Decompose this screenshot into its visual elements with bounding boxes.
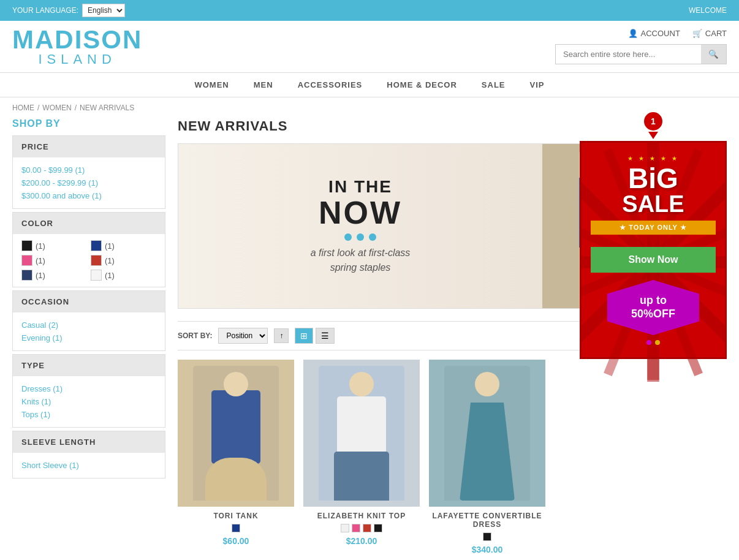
product-color-swatch[interactable] [483,532,491,541]
occasion-filter-item-0[interactable]: Casual (2) [21,319,156,331]
nav-item-home-decor[interactable]: HOME & DECOR [387,80,457,89]
sort-select[interactable]: Position [218,328,268,344]
product-grid: TORI TANK$60.00 ELIZABETH KNIT TOP$210.0… [178,360,727,554]
nav-item-sale[interactable]: SALE [482,80,506,89]
product-color-swatch[interactable] [352,524,360,532]
product-color-swatch[interactable] [363,524,371,532]
header: MADISON ISLAND 👤 ACCOUNT 🛒 CART 🔍 [0,21,739,73]
logo-madison: MADISON [12,27,142,53]
show-now-button[interactable]: Show Now [591,247,716,273]
color-swatch-item-2[interactable]: (1) [21,255,87,266]
cart-icon: 🛒 [692,29,702,38]
language-selector[interactable]: YOUR LANGUAGE: English [12,4,125,17]
color-count-0: (1) [36,241,45,251]
ad-sale-text: SALE [591,192,716,216]
ad-carousel-dots [591,340,716,345]
sleeve-filter-body: Short Sleeve (1) [13,453,165,478]
grid-view-button[interactable]: ⊞ [295,328,313,344]
sidebar: SHOP BY PRICE $0.00 - $99.99 (1)$200.00 … [12,118,165,554]
search-input[interactable] [556,45,701,64]
search-button[interactable]: 🔍 [701,45,726,64]
product-colors [303,524,420,532]
color-count-4: (1) [36,271,45,280]
color-swatches: (1)(1)(1)(1)(1)(1) [13,234,165,287]
header-right: 👤 ACCOUNT 🛒 CART 🔍 [555,29,727,64]
occasion-filter-item-1[interactable]: Evening (1) [21,331,156,344]
nav-item-women[interactable]: WOMEN [194,80,229,89]
logo[interactable]: MADISON ISLAND [12,27,142,66]
ad-badge: 1 [644,112,662,131]
color-swatch-2 [21,255,32,266]
header-actions: 👤 ACCOUNT 🛒 CART [628,29,727,38]
type-filter-item-2[interactable]: Tops (1) [21,408,156,421]
color-swatch-item-4[interactable]: (1) [21,270,87,281]
list-view-button[interactable]: ☰ [316,328,335,344]
discount-badge: up to50%OFF [607,280,699,335]
breadcrumb-item-0[interactable]: HOME [12,104,34,112]
ad-dot-1[interactable] [646,340,651,345]
product-card[interactable]: ELIZABETH KNIT TOP$210.00 [303,360,420,554]
color-swatch-1 [91,240,102,251]
color-swatch-4 [21,270,32,281]
color-count-2: (1) [36,256,45,265]
product-color-swatch[interactable] [341,524,349,532]
nav-item-vip[interactable]: VIP [530,80,545,89]
cart-link[interactable]: 🛒 CART [692,29,727,38]
price-filter-item-2[interactable]: $300.00 and above (1) [21,189,156,202]
language-select[interactable]: English [82,4,125,17]
breadcrumb-item-1[interactable]: WOMEN [42,104,71,112]
sleeve-filter-item-0[interactable]: Short Sleeve (1) [21,459,156,472]
product-colors [178,524,294,532]
banner-dots [344,233,376,241]
banner-text: IN THE NOW a first look at first-classsp… [178,144,542,308]
price-filter: PRICE $0.00 - $99.99 (1)$200.00 - $299.9… [12,135,165,209]
ad-dot-2[interactable] [655,340,660,345]
nav-item-accessories[interactable]: ACCESSORIES [298,80,363,89]
banner-dot-2 [357,233,364,241]
color-swatch-0 [21,240,32,251]
ad-arrow [648,132,658,139]
color-swatch-item-1[interactable]: (1) [91,240,156,251]
product-image [303,360,420,507]
color-swatch-item-5[interactable]: (1) [91,270,156,281]
nav-item-men[interactable]: MEN [254,80,273,89]
color-count-1: (1) [105,241,115,251]
color-swatch-item-0[interactable]: (1) [21,240,87,251]
product-colors [429,532,545,541]
color-swatch-3 [91,255,102,266]
account-link[interactable]: 👤 ACCOUNT [628,29,680,38]
price-filter-item-0[interactable]: $0.00 - $99.99 (1) [21,164,156,176]
account-label: ACCOUNT [641,29,680,38]
banner-tagline: a first look at first-classspring staple… [311,246,411,275]
product-price: $340.00 [429,545,545,554]
product-card[interactable]: TORI TANK$60.00 [178,360,294,554]
breadcrumb: HOME/WOMEN/NEW ARRIVALS [0,97,739,118]
occasion-filter-body: Casual (2)Evening (1) [13,312,165,350]
product-color-swatch[interactable] [374,524,382,532]
language-label: YOUR LANGUAGE: [12,6,78,15]
account-icon: 👤 [628,29,638,38]
breadcrumb-separator: / [75,104,77,112]
ad-content: ★ ★ ★ ★ ★ BiG SALE ★ TODAY ONLY ★ Show N… [591,155,716,345]
shop-by-title: SHOP BY [12,118,165,129]
product-card[interactable]: LAFAYETTE CONVERTIBLE DRESS$340.00 [429,360,545,554]
ad-big-text: BiG [591,164,716,192]
breadcrumb-item-2[interactable]: NEW ARRIVALS [80,104,134,112]
sort-direction-button[interactable]: ↑ [274,328,289,343]
top-bar: YOUR LANGUAGE: English WELCOME [0,0,739,21]
ad-panel: 1 ★ ★ ★ ★ ★ BiG SALE ★ TODAY ONLY ★ Show… [580,141,727,359]
search-bar[interactable]: 🔍 [555,44,727,64]
product-color-swatch[interactable] [232,524,240,532]
color-swatch-item-3[interactable]: (1) [91,255,156,266]
color-filter: COLOR (1)(1)(1)(1)(1)(1) [12,212,165,287]
product-name: LAFAYETTE CONVERTIBLE DRESS [429,512,545,529]
product-image [429,360,545,507]
price-filter-item-1[interactable]: $200.00 - $299.99 (1) [21,176,156,189]
sort-by-label: SORT BY: [178,331,212,340]
type-filter-item-0[interactable]: Dresses (1) [21,382,156,395]
sleeve-filter-header: SLEEVE LENGTH [13,431,165,453]
banner-line2: NOW [319,197,402,229]
occasion-filter-header: OCCASION [13,291,165,312]
type-filter-header: TYPE [13,355,165,376]
type-filter-item-1[interactable]: Knits (1) [21,395,156,408]
